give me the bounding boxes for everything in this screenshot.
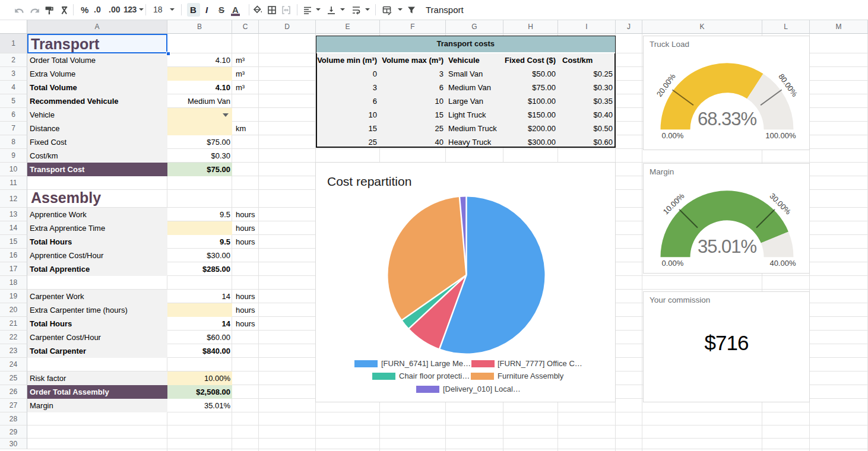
svg-text:68.33%: 68.33% — [698, 109, 757, 129]
svg-text:0.00%: 0.00% — [662, 131, 684, 140]
svg-text:100.00%: 100.00% — [765, 131, 796, 140]
svg-text:35.01%: 35.01% — [698, 236, 757, 256]
svg-text:40.00%: 40.00% — [769, 258, 796, 267]
svg-text:0.00%: 0.00% — [662, 258, 684, 267]
